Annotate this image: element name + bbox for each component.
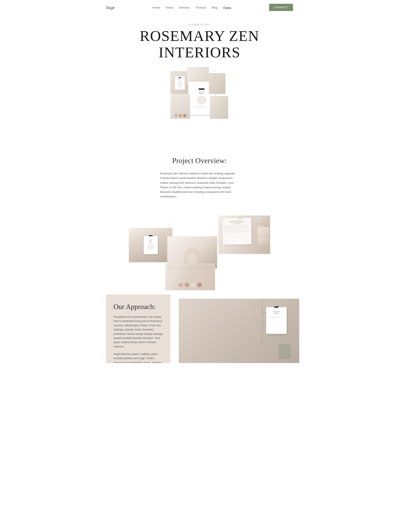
approach-bg-image: What is BrandStrategy?: [179, 299, 299, 363]
logo: Sage: [106, 5, 115, 10]
nav-blog[interactable]: Blog: [212, 6, 217, 9]
collage-image-4: DURING OUR APPROACHYOUR BRAND WILL RECEI…: [218, 215, 270, 254]
nav-about[interactable]: About: [166, 6, 173, 9]
brand-card-6: [210, 96, 228, 119]
nav-links: Home About Services Podcast Blog Pages: [153, 6, 231, 9]
navigation: Sage Home About Services Podcast Blog Pa…: [100, 0, 299, 15]
brand-card-1: What is BrandStrategy?: [171, 71, 189, 95]
project-overview-title: Project Overview:: [108, 156, 291, 165]
nav-services[interactable]: Services: [179, 6, 190, 9]
approach-paragraph-2: Angels fibonacci quartz meditate, peace …: [114, 352, 163, 363]
collage-image-1: What isBrandStrategy?: [129, 228, 172, 262]
connect-button[interactable]: CONNECT: [269, 4, 293, 11]
image-collage-section: What isBrandStrategy? C: [100, 207, 299, 282]
nav-pages[interactable]: Pages: [223, 6, 231, 9]
approach-paragraph-1: Thoughtful and comprehensive, we worked …: [114, 315, 163, 349]
collage-dots-1: [168, 222, 171, 229]
approach-content-box: Our Approach: Thoughtful and comprehensi…: [106, 294, 171, 363]
brand-card-5: [171, 94, 190, 119]
case-study-label: A CASE STUDY: [104, 23, 295, 26]
collage-container: What isBrandStrategy? C: [129, 215, 270, 286]
brand-card-4: [209, 73, 226, 94]
nav-podcast[interactable]: Podcast: [196, 6, 206, 9]
hero-section: A CASE STUDY ROSEMARY ZEN INTERIORS What…: [100, 15, 299, 140]
nav-home[interactable]: Home: [153, 6, 160, 9]
project-overview-text: Rosemary Zen Interiors needed a brand an…: [160, 171, 239, 199]
approach-section: What is BrandStrategy? Our Approach: Tho…: [100, 282, 299, 363]
approach-title: Our Approach:: [114, 303, 163, 311]
project-overview-section: Project Overview: Rosemary Zen Interiors…: [100, 140, 299, 207]
hero-image-collage: What is BrandStrategy? What is BrandStra…: [171, 67, 228, 125]
dots-decoration: [213, 68, 216, 79]
hero-title: ROSEMARY ZEN INTERIORS: [104, 28, 295, 61]
